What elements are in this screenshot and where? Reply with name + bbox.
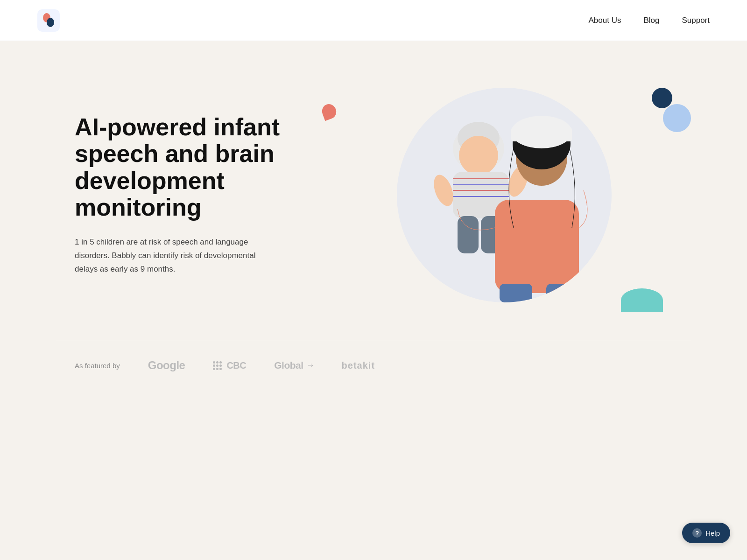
hero-title: AI-powered infant speech and brain devel… [75, 114, 289, 221]
hero-illustration [406, 97, 602, 302]
svg-rect-20 [546, 284, 579, 302]
hero-subtitle: 1 in 5 children are at risk of speech an… [75, 236, 275, 276]
cbc-dot-icon [213, 361, 222, 370]
svg-rect-19 [500, 284, 532, 302]
hero-left: AI-powered infant speech and brain devel… [75, 114, 317, 276]
header: About Us Blog Support [0, 0, 747, 41]
nav: About Us Blog Support [588, 16, 710, 25]
featured-label: As featured by [75, 362, 120, 370]
featured-logo-cbc: CBC [213, 360, 246, 371]
svg-point-1 [47, 18, 54, 27]
hero-section: AI-powered infant speech and brain devel… [0, 41, 747, 340]
svg-point-4 [459, 136, 498, 175]
deco-salmon-shape [320, 102, 338, 121]
featured-logo-betakit: betakit [342, 360, 375, 371]
featured-logos: Google CBC Global betakit [148, 359, 375, 372]
nav-blog[interactable]: Blog [643, 16, 659, 25]
svg-rect-12 [458, 216, 479, 253]
help-icon: ? [692, 528, 702, 538]
featured-logo-google: Google [148, 359, 185, 372]
deco-teal-shape [621, 288, 663, 312]
hero-image-circle [397, 88, 612, 302]
deco-light-blue-circle [663, 104, 691, 132]
svg-rect-18 [511, 127, 572, 141]
hero-right [317, 78, 691, 312]
logo[interactable] [37, 9, 60, 32]
svg-rect-14 [495, 200, 579, 293]
help-button[interactable]: ? Help [682, 523, 730, 543]
deco-dark-blue-circle [652, 88, 672, 108]
logo-icon [37, 9, 60, 32]
nav-support[interactable]: Support [682, 16, 710, 25]
help-label: Help [705, 529, 720, 537]
nav-about[interactable]: About Us [588, 16, 621, 25]
featured-logo-global: Global [274, 360, 313, 371]
featured-section: As featured by Google CBC Global betakit [0, 340, 747, 400]
